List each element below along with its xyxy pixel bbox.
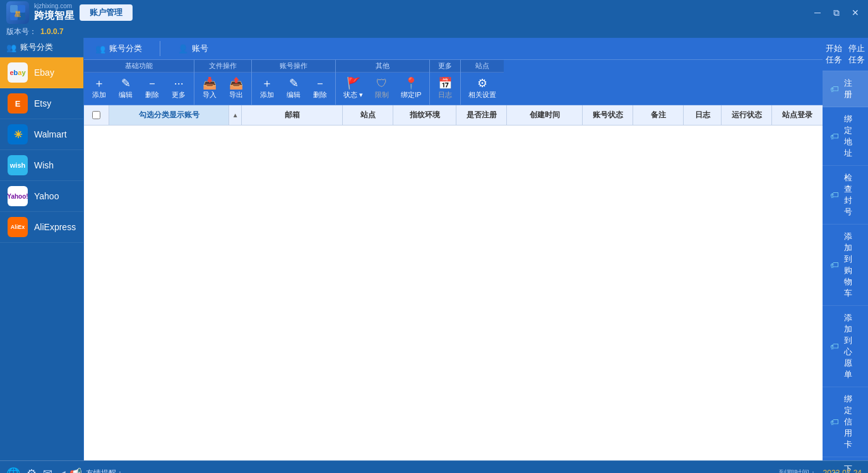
sidebar-item-aliexpress[interactable]: AliEx AliExpress: [0, 212, 83, 243]
add-wishlist-label: 添加到心愿单: [844, 312, 860, 380]
sidebar-section-header: 👥 账号分类: [0, 38, 83, 57]
log-label: 日志: [438, 90, 452, 100]
col-run-status: 运行状态: [722, 105, 772, 125]
restore-button[interactable]: ⧉: [830, 8, 843, 18]
action-add-cart[interactable]: 🏷 添加到购物车: [823, 225, 868, 306]
bind-ip-button[interactable]: 📍 绑定IP: [397, 75, 425, 102]
etsy-icon: E: [8, 93, 28, 114]
speaker-icon: 📢: [69, 467, 82, 473]
col-site: 站点: [343, 105, 393, 125]
account-add-button[interactable]: ＋ 添加: [256, 75, 278, 102]
import-button[interactable]: 📥 导入: [198, 75, 221, 102]
bind-address-tag-icon: 🏷: [830, 131, 839, 141]
sidebar-item-ebay[interactable]: ebay Ebay: [0, 57, 83, 88]
export-icon: 📤: [229, 78, 243, 89]
export-button[interactable]: 📤 导出: [225, 75, 247, 102]
other-buttons: 🚩 状态 ▾ 🛡 限制 📍 绑定IP: [336, 73, 429, 105]
select-all-checkbox[interactable]: [92, 111, 100, 119]
sidebar-item-walmart[interactable]: ✳ Walmart: [0, 119, 83, 150]
action-bind-card[interactable]: 🏷 绑定信用卡: [823, 387, 868, 457]
header-divider: [160, 41, 160, 56]
account-delete-button[interactable]: － 删除: [309, 75, 331, 102]
group-label-more: 更多: [430, 60, 460, 73]
account-section-category: 👥 账号分类: [90, 40, 147, 57]
toolbar-group-basic: 基础功能 ＋ 添加 ✎ 编辑 － 删除: [84, 60, 194, 105]
sidebar-item-etsy[interactable]: E Etsy: [0, 88, 83, 119]
restrict-label: 限制: [375, 90, 389, 100]
add-category-button[interactable]: ＋ 添加: [88, 75, 110, 102]
right-panel: 开始任务 停止任务 🏷 注册 🏷 绑定地址 🏷 检查封号 🏷 添加到购物车 🏷 …: [823, 38, 868, 460]
delete-icon: －: [146, 78, 158, 89]
more-basic-button[interactable]: ··· 更多: [167, 75, 190, 102]
col-status: 账号状态: [583, 105, 633, 125]
account-edit-label: 编辑: [287, 90, 300, 100]
minimize-button[interactable]: ─: [811, 8, 824, 18]
group-label-site: 站点: [461, 60, 504, 73]
account-edit-button[interactable]: ✎ 编辑: [282, 75, 305, 102]
col-site-login: 站点登录: [772, 105, 823, 125]
action-register[interactable]: 🏷 注册: [823, 71, 868, 107]
account-section-account: 👤 账号: [173, 40, 213, 57]
toolbar-group-site: 站点 ⚙ 相关设置: [461, 60, 504, 105]
settings-label: 相关设置: [468, 90, 496, 100]
mail-icon[interactable]: ✉: [43, 467, 52, 474]
file-buttons: 📥 导入 📤 导出: [194, 73, 251, 105]
status-button[interactable]: 🚩 状态 ▾: [340, 75, 367, 102]
col-log: 日志: [684, 105, 722, 125]
aliexpress-icon: AliEx: [8, 217, 28, 237]
table-header: 勾选分类显示账号 ▲ 邮箱 站点 指纹环境 是否注册 创建时间 账号状态 备注 …: [84, 105, 823, 126]
action-add-wishlist[interactable]: 🏷 添加到心愿单: [823, 306, 868, 387]
settings-button[interactable]: ⚙ 相关设置: [465, 75, 500, 102]
toolbar-group-file: 文件操作 📥 导入 📤 导出: [194, 60, 252, 105]
col-fingerprint: 指纹环境: [393, 105, 456, 125]
start-task-button[interactable]: 开始任务: [823, 38, 845, 71]
account-delete-icon: －: [314, 78, 326, 89]
action-bind-address[interactable]: 🏷 绑定地址: [823, 107, 868, 166]
bottom-left: 🌐 ⚙ ✉ ◀ 📢 友情提醒：: [6, 467, 124, 474]
close-button[interactable]: ✕: [849, 8, 862, 18]
category-col-label: 勾选分类显示账号: [139, 110, 199, 120]
delete-label: 删除: [145, 90, 159, 100]
app-info: kjzhixing.com 跨境智星: [34, 3, 74, 23]
log-icon: 📅: [438, 78, 452, 89]
yahoo-icon: Yahoo!: [8, 186, 28, 206]
titlebar-left: 星 kjzhixing.com 跨境智星 账户管理: [6, 1, 133, 24]
version-bar: 版本号： 1.0.0.7: [0, 25, 868, 38]
version-number: 1.0.0.7: [40, 27, 64, 36]
globe-icon[interactable]: 🌐: [6, 467, 20, 474]
col-registered: 是否注册: [456, 105, 507, 125]
delete-category-button[interactable]: － 删除: [141, 75, 163, 102]
register-label: 注册: [844, 78, 860, 100]
action-check-ban[interactable]: 🏷 检查封号: [823, 166, 868, 225]
col-created: 创建时间: [507, 105, 583, 125]
account-category-icon: 👥: [6, 43, 16, 52]
settings-bottom-icon[interactable]: ⚙: [27, 467, 37, 474]
edit-label: 编辑: [119, 90, 133, 100]
svg-text:星: 星: [15, 11, 21, 18]
register-tag-icon: 🏷: [830, 84, 839, 94]
sidebar-item-yahoo[interactable]: Yahoo! Yahoo: [0, 181, 83, 212]
toolbar-row: 基础功能 ＋ 添加 ✎ 编辑 － 删除: [84, 60, 823, 105]
category-column: 勾选分类显示账号: [109, 105, 229, 125]
import-icon: 📥: [203, 78, 217, 89]
sidebar-label-walmart: Walmart: [34, 129, 67, 139]
ebay-icon: ebay: [8, 62, 28, 83]
more-buttons: 📅 日志: [430, 73, 460, 105]
group-label-basic: 基础功能: [84, 60, 194, 73]
right-panel-top: 开始任务 停止任务: [823, 38, 868, 71]
log-button[interactable]: 📅 日志: [434, 75, 456, 102]
basic-buttons: ＋ 添加 ✎ 编辑 － 删除 ··· 更多: [84, 73, 194, 105]
nav-prev[interactable]: ◀: [59, 469, 66, 474]
account-manage-button[interactable]: 账户管理: [80, 4, 133, 21]
account-edit-icon: ✎: [289, 78, 299, 89]
restrict-button[interactable]: 🛡 限制: [371, 75, 393, 102]
toolbar-group-more: 更多 📅 日志: [430, 60, 461, 105]
account-icon: 👤: [178, 44, 188, 54]
toolbar-group-account: 账号操作 ＋ 添加 ✎ 编辑 － 删除: [252, 60, 336, 105]
toolbar-area: 👥 账号分类 👤 账号 基础功能 ＋ 添加: [84, 38, 823, 105]
edit-category-button[interactable]: ✎ 编辑: [114, 75, 137, 102]
bind-address-label: 绑定地址: [844, 114, 860, 159]
stop-task-button[interactable]: 停止任务: [845, 38, 868, 71]
sidebar-item-wish[interactable]: wish Wish: [0, 150, 83, 181]
table-body: [84, 126, 823, 460]
